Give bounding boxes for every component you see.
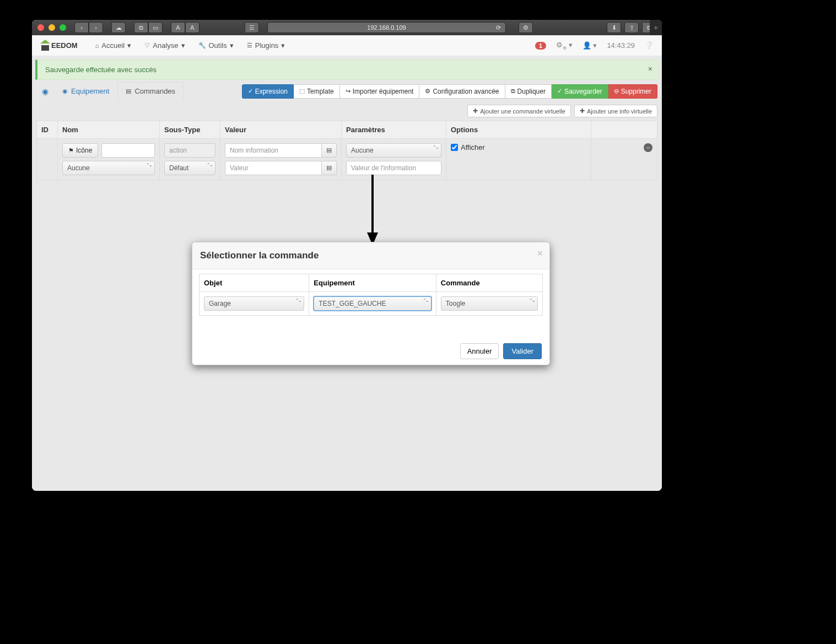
text-size-small[interactable]: A bbox=[171, 22, 185, 33]
plus-icon: ✚ bbox=[580, 107, 585, 115]
gears-icon[interactable]: ⚙⚙ ▾ bbox=[556, 41, 573, 51]
type-select[interactable]: Aucune bbox=[62, 161, 155, 175]
cogs-icon: ⚙ bbox=[425, 88, 430, 95]
th-valeur: Valeur bbox=[220, 121, 342, 139]
th-parametres: Paramètres bbox=[342, 121, 446, 139]
btn-icone[interactable]: ⚑Icône bbox=[62, 143, 98, 158]
browser-titlebar: ‹ › ☁︎ ⧉ ▭ A A ☰ 192.168.0.109 ⟳ ⚙ ⬇ ⇪ ⧉… bbox=[32, 20, 662, 35]
alert-close[interactable]: × bbox=[648, 64, 652, 73]
objet-select[interactable]: Garage bbox=[204, 296, 304, 311]
reader-icon[interactable]: ☰ bbox=[245, 22, 259, 33]
modal-close[interactable]: × bbox=[537, 248, 543, 259]
new-tab[interactable]: + bbox=[650, 20, 662, 35]
logo-text: EEDOM bbox=[51, 41, 78, 50]
param-info-input[interactable] bbox=[346, 161, 441, 175]
import-icon: ↪ bbox=[346, 88, 350, 95]
btn-dupliquer[interactable]: ⧉Dupliquer bbox=[505, 84, 552, 99]
btn-importer[interactable]: ↪Importer équipement bbox=[340, 84, 420, 99]
nom-input[interactable] bbox=[101, 143, 155, 158]
window-zoom[interactable] bbox=[60, 24, 66, 31]
tab-equipement[interactable]: ◉Equipement bbox=[54, 82, 117, 100]
analyse-icon: ♡ bbox=[144, 42, 150, 49]
commande-select[interactable]: Toogle bbox=[441, 296, 538, 311]
sidebar-toggle[interactable]: ⧉ bbox=[134, 22, 148, 33]
remove-row[interactable]: − bbox=[644, 143, 652, 152]
logo[interactable]: EEDOM bbox=[40, 41, 78, 51]
defaut-select[interactable]: Défaut bbox=[164, 161, 215, 175]
text-size-large[interactable]: A bbox=[185, 22, 199, 33]
param-select[interactable]: Aucune bbox=[346, 143, 441, 158]
dashboard-icon: ◉ bbox=[62, 88, 68, 95]
home-icon: ⌂ bbox=[95, 42, 99, 49]
window-minimize[interactable] bbox=[48, 24, 55, 31]
nav-forward[interactable]: › bbox=[89, 22, 103, 33]
nav-outils[interactable]: 🔧Outils ▾ bbox=[192, 36, 240, 55]
list-icon: ▤ bbox=[126, 88, 131, 95]
list-picker[interactable]: ▤ bbox=[322, 143, 337, 158]
btn-template[interactable]: ⬚Template bbox=[294, 84, 340, 99]
afficher-checkbox[interactable] bbox=[451, 144, 458, 151]
notification-badge[interactable]: 1 bbox=[535, 42, 546, 50]
settings-icon[interactable]: ⚙ bbox=[519, 22, 533, 33]
nav-accueil[interactable]: ⌂Accueil ▾ bbox=[89, 36, 138, 55]
btn-add-cmd[interactable]: ✚Ajouter une commande virtuelle bbox=[467, 105, 571, 117]
th-id: ID bbox=[37, 121, 58, 139]
save-icon: ✓ bbox=[557, 88, 562, 95]
th-nom: Nom bbox=[58, 121, 160, 139]
tabs-icon[interactable]: ▭ bbox=[148, 22, 163, 33]
plugin-icon: ☰ bbox=[247, 42, 252, 49]
clock: 14:43:29 bbox=[607, 41, 635, 50]
alert-text: Sauvegarde effectuée avec succès bbox=[45, 66, 157, 74]
help-icon[interactable]: ❔ bbox=[645, 41, 654, 50]
icloud-icon[interactable]: ☁︎ bbox=[111, 22, 126, 33]
modal-title: Sélectionner la commande bbox=[200, 250, 542, 261]
user-icon[interactable]: 👤 ▾ bbox=[582, 41, 597, 50]
url-bar[interactable]: 192.168.0.109 ⟳ bbox=[267, 22, 506, 33]
share-icon[interactable]: ⇪ bbox=[624, 22, 639, 33]
btn-valider[interactable]: Valider bbox=[503, 343, 542, 359]
nav-back[interactable]: ‹ bbox=[74, 22, 89, 33]
download-icon[interactable]: ⬇ bbox=[607, 22, 621, 33]
th-options: Options bbox=[446, 121, 591, 139]
window-close[interactable] bbox=[37, 24, 44, 31]
select-command-modal: Sélectionner la commande × Objet Equipem… bbox=[192, 242, 550, 365]
flag-icon: ⚑ bbox=[68, 147, 74, 154]
table-row: ⚑Icône Aucune Défaut ▤ ▤ bbox=[37, 139, 657, 180]
resize-handle[interactable]: ⋰ bbox=[544, 358, 548, 364]
th-objet: Objet bbox=[199, 274, 309, 292]
afficher-option[interactable]: Afficher bbox=[451, 143, 586, 151]
plus-icon: ✚ bbox=[473, 107, 478, 115]
annotation-arrow bbox=[363, 175, 385, 246]
reload-icon[interactable]: ⟳ bbox=[496, 24, 501, 31]
th-commande: Commande bbox=[436, 274, 542, 292]
cubes-icon: ⬚ bbox=[299, 88, 305, 95]
success-alert: Sauvegarde effectuée avec succès × bbox=[35, 59, 659, 80]
btn-annuler[interactable]: Annuler bbox=[460, 343, 499, 359]
wrench-icon: 🔧 bbox=[198, 42, 206, 49]
app-navbar: EEDOM ⌂Accueil ▾ ♡Analyse ▾ 🔧Outils ▾ ☰P… bbox=[32, 35, 662, 56]
commands-table: ID Nom Sous-Type Valeur Paramètres Optio… bbox=[36, 121, 657, 180]
btn-config[interactable]: ⚙Configuration avancée bbox=[419, 84, 505, 99]
nom-info-input[interactable] bbox=[225, 143, 322, 158]
btn-supprimer[interactable]: ⊖Supprimer bbox=[608, 84, 657, 99]
th-equipement: Equipement bbox=[309, 274, 436, 292]
copy-icon: ⧉ bbox=[511, 88, 515, 95]
delete-icon: ⊖ bbox=[614, 88, 619, 95]
tab-commandes[interactable]: ▤Commandes bbox=[117, 82, 184, 100]
action-input[interactable] bbox=[164, 143, 215, 158]
btn-sauvegarder[interactable]: ✓Sauvegarder bbox=[552, 84, 608, 99]
nav-plugins[interactable]: ☰Plugins ▾ bbox=[240, 36, 292, 55]
th-soustype: Sous-Type bbox=[160, 121, 220, 139]
url-text: 192.168.0.109 bbox=[367, 24, 406, 31]
list-picker[interactable]: ▤ bbox=[322, 161, 337, 175]
btn-expression[interactable]: ✓Expression bbox=[242, 84, 294, 99]
back-button[interactable]: ◉ bbox=[36, 83, 54, 100]
valeur-input[interactable] bbox=[225, 161, 322, 175]
equipement-select[interactable]: TEST_GGE_GAUCHE bbox=[314, 296, 432, 311]
btn-add-info[interactable]: ✚Ajouter une info virtuelle bbox=[574, 105, 657, 117]
check-icon: ✓ bbox=[248, 88, 253, 95]
nav-analyse[interactable]: ♡Analyse ▾ bbox=[138, 36, 191, 55]
